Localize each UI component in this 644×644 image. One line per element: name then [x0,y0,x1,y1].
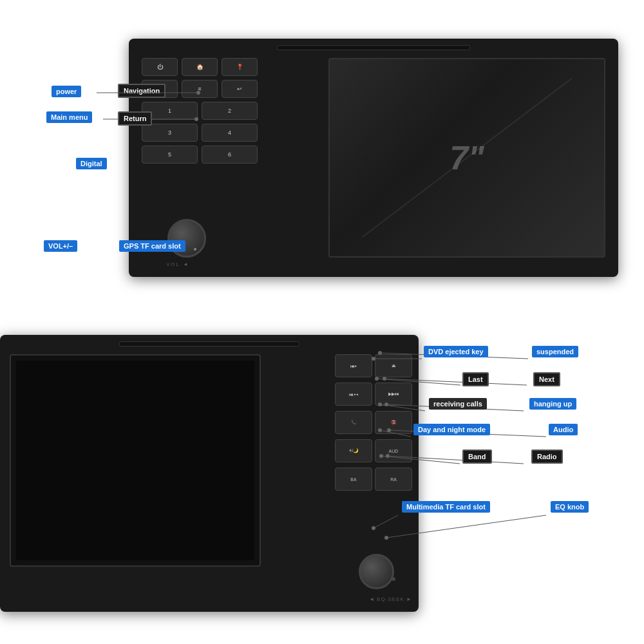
btn-tel[interactable]: 📍 [222,58,258,76]
btn-3[interactable]: 3 [142,124,198,142]
btn-eject[interactable]: ⏏ [375,354,412,377]
top-btn-row-4: 3 4 [142,124,258,142]
label-return: Return [118,111,152,126]
btn-prev[interactable]: ⏮◀◀ [335,383,372,406]
btn-call-hang[interactable]: 📵 [375,411,412,434]
btn-band[interactable]: BA [335,468,372,491]
label-hanging-up: hanging up [529,398,576,410]
label-suspended: suspended [532,346,578,357]
btn-radio[interactable]: RA [375,468,412,491]
device-bottom: ⏮▶ ⏏ ⏮◀◀ ▶▶⏭ 📞 📵 ☀/🌙 AUD BA RA [0,335,419,612]
label-power: power [52,86,81,97]
bottom-btn-row-3: 📞 📵 [335,411,412,434]
label-last: Last [462,372,489,386]
btn-5[interactable]: 5 [142,146,198,164]
bottom-btn-row-1: ⏮▶ ⏏ [335,354,412,377]
btn-next[interactable]: ▶▶⏭ [375,383,412,406]
btn-call-receive[interactable]: 📞 [335,411,372,434]
btn-day-night[interactable]: ☀/🌙 [335,439,372,462]
vol-text: VOL ◄ [166,261,189,267]
label-dvd-ejected: DVD ejected key [424,346,488,357]
top-btn-row-3: 1 2 [142,102,258,120]
label-main-menu: Main menu [46,111,92,123]
label-audio: Audio [549,424,578,435]
eq-knob-bottom[interactable] [359,554,394,589]
cd-slot-bottom [119,341,299,346]
bottom-btn-row-5: BA RA [335,468,412,491]
indicator-dot [392,577,395,581]
btn-audio[interactable]: AUD [375,439,412,462]
label-digital: Digital [76,158,107,169]
label-eq-knob: EQ knob [551,501,589,513]
vol-knob-top[interactable] [167,219,206,258]
screen-bottom [10,354,261,567]
screen-top: 7" [328,58,605,258]
label-multimedia-tf: Multimedia TF card slot [402,501,490,513]
eq-seek-text: ◄ EQ-SEEK ► [369,596,412,602]
label-receiving-calls: receiving calls [429,398,487,410]
label-next: Next [533,372,560,386]
label-band: Band [462,450,492,464]
bottom-btn-row-2: ⏮◀◀ ▶▶⏭ [335,383,412,406]
btn-back[interactable]: ↩ [222,80,258,98]
label-vol: VOL+/– [44,240,77,252]
bottom-section: ⏮▶ ⏏ ⏮◀◀ ▶▶⏭ 📞 📵 ☀/🌙 AUD BA RA [0,322,644,625]
label-navigation: Navigation [118,84,166,98]
btn-6[interactable]: 6 [202,146,258,164]
btn-play-pause[interactable]: ⏮▶ [335,354,372,377]
bottom-btn-row-4: ☀/🌙 AUD [335,439,412,462]
top-btn-row-1: ⏻ 🏠 📍 [142,58,258,76]
buttons-panel-bottom: ⏮▶ ⏏ ⏮◀◀ ▶▶⏭ 📞 📵 ☀/🌙 AUD BA RA [335,354,412,560]
top-btn-row-5: 5 6 [142,146,258,164]
btn-nav[interactable]: 🏠 [182,58,218,76]
btn-4[interactable]: 4 [202,124,258,142]
top-section: 7" ⏻ 🏠 📍 ⌂ ≡ ↩ 1 2 [0,19,644,296]
cd-slot-top [277,45,470,50]
btn-power[interactable]: ⏻ [142,58,178,76]
btn-2[interactable]: 2 [202,102,258,120]
label-day-night: Day and night mode [413,424,490,435]
device-top: 7" ⏻ 🏠 📍 ⌂ ≡ ↩ 1 2 [129,39,618,277]
svg-line-0 [362,79,572,238]
label-radio: Radio [531,450,563,464]
label-gps-tf: GPS TF card slot [119,240,185,252]
btn-menu[interactable]: ≡ [182,80,218,98]
